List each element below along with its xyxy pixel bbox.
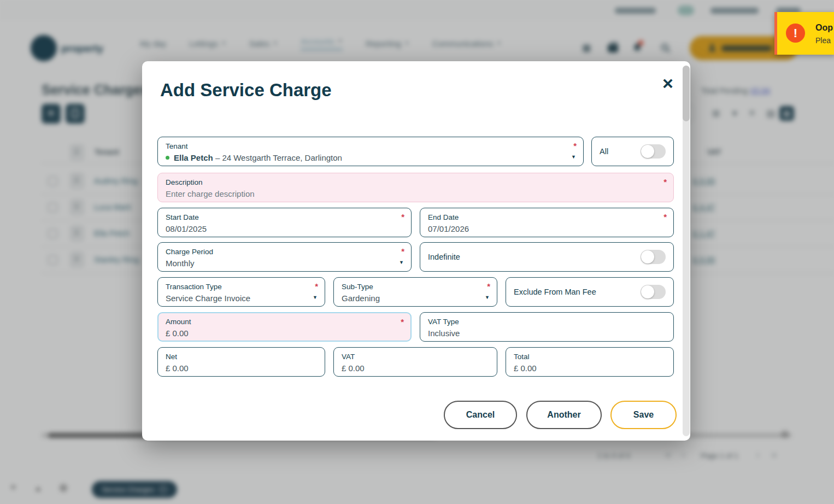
indefinite-label: Indefinite: [428, 253, 460, 261]
vat-type-field[interactable]: VAT Type Inclusive: [420, 312, 674, 342]
net-value: £ 0.00: [166, 362, 317, 374]
chevron-down-icon: ▼: [313, 295, 318, 300]
vat-label: VAT: [342, 351, 489, 362]
sub-type-label: Sub-Type: [342, 282, 489, 292]
charge-period-label: Charge Period: [166, 247, 403, 257]
exclude-man-fee-label: Exclude From Man Fee: [514, 288, 596, 296]
chevron-down-icon: ▼: [571, 154, 576, 160]
exclude-man-fee-toggle[interactable]: [641, 285, 666, 299]
required-marker: *: [315, 282, 318, 291]
vat-value: £ 0.00: [342, 362, 489, 374]
vat-field[interactable]: VAT £ 0.00: [333, 347, 497, 377]
cancel-button[interactable]: Cancel: [444, 401, 517, 429]
tenant-name: Ella Petch: [174, 153, 213, 162]
description-field: Description *: [157, 173, 674, 202]
amount-label: Amount: [166, 317, 403, 327]
required-marker: *: [663, 212, 667, 221]
tenant-select[interactable]: Tenant Ella Petch – 24 Westgarth Terrace…: [157, 137, 584, 166]
end-date-field[interactable]: End Date 07/01/2026 *: [420, 208, 674, 237]
another-button[interactable]: Another: [526, 401, 602, 429]
required-marker: *: [401, 247, 404, 256]
description-input[interactable]: [166, 188, 645, 200]
toggle-knob: [641, 250, 654, 263]
vat-type-label: VAT Type: [428, 317, 666, 327]
modal-title: Add Service Charge: [160, 80, 332, 101]
close-icon[interactable]: ×: [658, 73, 678, 93]
charge-period-select[interactable]: Charge Period Monthly * ▼: [157, 242, 412, 272]
required-marker: *: [573, 141, 577, 150]
required-marker: *: [663, 177, 667, 186]
error-exclamation-icon: !: [786, 24, 805, 43]
chevron-down-icon: ▼: [485, 295, 490, 300]
chevron-down-icon: ▼: [399, 260, 404, 265]
error-toast[interactable]: ! Oop Plea: [774, 12, 834, 55]
start-date-label: Start Date: [166, 212, 403, 223]
start-date-value: 08/01/2025: [166, 223, 403, 235]
exclude-man-fee-toggle-field: Exclude From Man Fee: [506, 277, 674, 307]
tenant-address: – 24 Westgarth Terrace, Darlington: [215, 153, 342, 162]
total-label: Total: [514, 351, 666, 362]
start-date-field[interactable]: Start Date 08/01/2025 *: [157, 208, 412, 237]
sub-type-select[interactable]: Sub-Type Gardening * ▼: [333, 277, 497, 307]
end-date-label: End Date: [428, 212, 666, 223]
end-date-value: 07/01/2026: [428, 223, 666, 235]
indefinite-toggle-field: Indefinite: [420, 242, 674, 272]
toast-title: Oop: [815, 23, 833, 33]
transaction-type-label: Transaction Type: [166, 282, 317, 292]
status-dot-icon: [166, 156, 169, 160]
sub-type-value: Gardening: [342, 292, 489, 304]
transaction-type-value: Service Charge Invoice: [166, 292, 317, 304]
indefinite-toggle[interactable]: [641, 250, 666, 264]
total-value: £ 0.00: [514, 362, 666, 374]
vat-type-value: Inclusive: [428, 327, 666, 339]
charge-period-value: Monthly: [166, 257, 403, 269]
modal-scrollbar-thumb[interactable]: [683, 66, 690, 121]
net-label: Net: [166, 351, 317, 362]
all-toggle-field: All: [591, 137, 674, 166]
all-toggle[interactable]: [641, 144, 666, 159]
transaction-type-select[interactable]: Transaction Type Service Charge Invoice …: [157, 277, 325, 307]
tenant-label: Tenant: [166, 141, 575, 152]
toggle-knob: [641, 145, 654, 158]
total-field[interactable]: Total £ 0.00: [506, 347, 674, 377]
save-button[interactable]: Save: [610, 401, 677, 429]
description-label: Description: [166, 177, 666, 188]
required-marker: *: [401, 212, 404, 221]
net-field[interactable]: Net £ 0.00: [157, 347, 325, 377]
required-marker: *: [487, 282, 490, 291]
toggle-knob: [641, 285, 654, 298]
required-marker: *: [401, 317, 404, 326]
toast-message: Plea: [815, 36, 831, 45]
amount-value: £ 0.00: [166, 327, 403, 339]
amount-field[interactable]: Amount £ 0.00 *: [157, 312, 412, 342]
add-service-charge-modal: Add Service Charge × Tenant Ella Petch –…: [142, 61, 690, 441]
all-label: All: [600, 147, 608, 156]
